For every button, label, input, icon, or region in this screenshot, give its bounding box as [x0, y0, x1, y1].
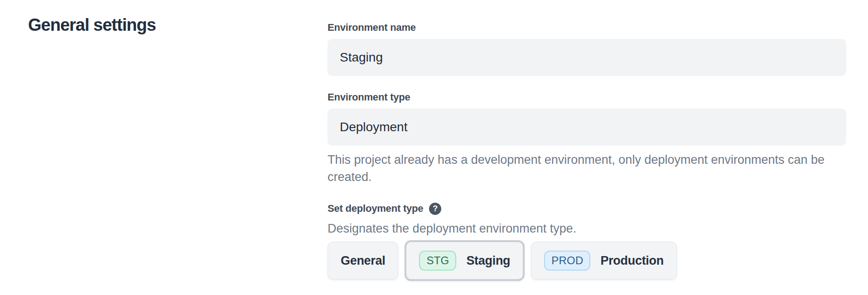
environment-name-label: Environment name	[328, 21, 846, 34]
set-deployment-type-row: Set deployment type ?	[328, 202, 846, 215]
environment-type-help-text: This project already has a development e…	[328, 151, 846, 186]
environment-type-input[interactable]	[328, 109, 846, 146]
settings-form: Environment name Environment type This p…	[328, 0, 846, 281]
deployment-type-option-staging[interactable]: STG Staging	[405, 240, 525, 281]
deployment-type-option-production[interactable]: PROD Production	[531, 242, 677, 280]
staging-badge: STG	[419, 251, 456, 271]
page-title: General settings	[28, 15, 156, 35]
deployment-type-description: Designates the deployment environment ty…	[328, 220, 846, 237]
deployment-type-option-general[interactable]: General	[328, 242, 398, 280]
staging-option-label: Staging	[466, 254, 510, 268]
environment-type-label: Environment type	[328, 90, 846, 104]
set-deployment-type-label: Set deployment type	[328, 202, 423, 215]
production-option-label: Production	[600, 254, 664, 268]
environment-name-input[interactable]	[328, 39, 846, 76]
deployment-type-options: General STG Staging PROD Production	[328, 240, 846, 281]
general-option-label: General	[341, 254, 385, 268]
production-badge: PROD	[544, 251, 590, 271]
question-circle-icon[interactable]: ?	[429, 203, 441, 215]
